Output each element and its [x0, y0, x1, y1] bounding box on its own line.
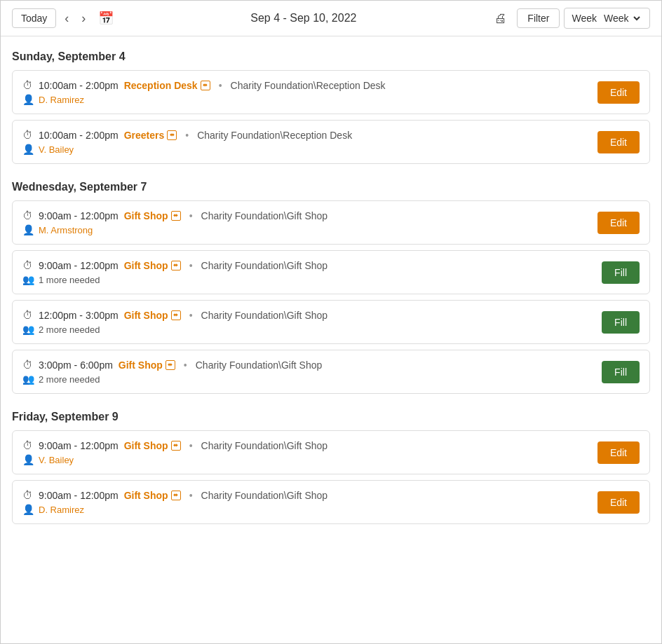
shift-role-link[interactable]: Gift Shop ⬌ [124, 490, 181, 501]
date-range: Sep 4 - Sep 10, 2022 [122, 12, 485, 25]
person-icon: 👤 [22, 144, 34, 155]
shift-card-shift-4: ⏱9:00am - 12:00pmGift Shop ⬌•Charity Fou… [12, 250, 650, 294]
next-button[interactable]: › [77, 9, 90, 27]
shift-time: 9:00am - 12:00pm [39, 490, 119, 501]
shift-info-shift-2: ⏱10:00am - 2:00pmGreeters ⬌•Charity Foun… [22, 129, 597, 155]
shift-card-shift-6: ⏱3:00pm - 6:00pmGift Shop ⬌•Charity Foun… [12, 350, 650, 394]
shift-location: Charity Foundation\Gift Shop [201, 490, 328, 501]
day-section-wednesday: Wednesday, September 7⏱9:00am - 12:00pmG… [12, 175, 650, 394]
shift-separator: • [189, 490, 193, 501]
needed-text: 2 more needed [39, 324, 100, 335]
shift-time: 10:00am - 2:00pm [39, 130, 119, 141]
group-icon: 👥 [22, 324, 34, 335]
shift-time-row: ⏱9:00am - 12:00pmGift Shop ⬌•Charity Fou… [22, 439, 597, 451]
shift-separator: • [189, 310, 193, 321]
shift-card-shift-7: ⏱9:00am - 12:00pmGift Shop ⬌•Charity Fou… [12, 430, 650, 474]
shift-info-shift-8: ⏱9:00am - 12:00pmGift Shop ⬌•Charity Fou… [22, 489, 597, 515]
shift-time-row: ⏱9:00am - 12:00pmGift Shop ⬌•Charity Fou… [22, 489, 597, 501]
person-name: M. Armstrong [39, 225, 93, 235]
shift-time-row: ⏱10:00am - 2:00pmReception Desk ⬌•Charit… [22, 79, 597, 91]
shift-time: 3:00pm - 6:00pm [39, 359, 113, 371]
shift-person-row: 👤V. Bailey [22, 144, 597, 155]
shift-separator: • [184, 359, 187, 371]
external-link-icon: ⬌ [171, 310, 181, 320]
group-icon: 👥 [22, 274, 34, 285]
shift-person-row: 👤D. Ramirez [22, 94, 597, 105]
shift-card-shift-8: ⏱9:00am - 12:00pmGift Shop ⬌•Charity Fou… [12, 480, 650, 524]
shift-time-row: ⏱12:00pm - 3:00pmGift Shop ⬌•Charity Fou… [22, 309, 602, 321]
edit-button-shift-7[interactable]: Edit [597, 441, 640, 464]
needed-text: 1 more needed [39, 275, 100, 285]
toolbar: Today ‹ › 📅 Sep 4 - Sep 10, 2022 🖨 Filte… [1, 1, 661, 36]
calendar-icon[interactable]: 📅 [94, 8, 118, 29]
shift-role-link[interactable]: Gift Shop ⬌ [124, 310, 181, 321]
external-link-icon: ⬌ [167, 130, 177, 140]
week-dropdown[interactable]: Week Day Month [601, 12, 642, 25]
shift-time-row: ⏱9:00am - 12:00pmGift Shop ⬌•Charity Fou… [22, 210, 597, 221]
shift-role-link[interactable]: Reception Desk ⬌ [124, 80, 210, 91]
fill-button-shift-4[interactable]: Fill [602, 261, 640, 284]
shift-time-row: ⏱3:00pm - 6:00pmGift Shop ⬌•Charity Foun… [22, 359, 602, 371]
shift-info-shift-6: ⏱3:00pm - 6:00pmGift Shop ⬌•Charity Foun… [22, 359, 602, 385]
shift-role-link[interactable]: Gift Shop ⬌ [124, 440, 181, 451]
shift-person-row: 👤D. Ramirez [22, 504, 597, 515]
person-name: D. Ramirez [39, 95, 84, 105]
shift-time-row: ⏱10:00am - 2:00pmGreeters ⬌•Charity Foun… [22, 129, 597, 141]
shift-location: Charity Foundation\Gift Shop [201, 210, 328, 221]
week-select-wrapper[interactable]: Week Week Day Month [564, 8, 650, 29]
shift-time: 10:00am - 2:00pm [39, 80, 119, 91]
day-section-friday: Friday, September 9⏱9:00am - 12:00pmGift… [12, 405, 650, 524]
shift-info-shift-3: ⏱9:00am - 12:00pmGift Shop ⬌•Charity Fou… [22, 210, 597, 235]
clock-icon: ⏱ [22, 129, 33, 141]
day-header-wednesday: Wednesday, September 7 [12, 175, 650, 200]
filter-button[interactable]: Filter [517, 8, 560, 28]
shift-separator: • [189, 260, 193, 271]
external-link-icon: ⬌ [171, 261, 181, 270]
shift-separator: • [189, 210, 193, 221]
shift-separator: • [219, 80, 222, 91]
shift-card-shift-5: ⏱12:00pm - 3:00pmGift Shop ⬌•Charity Fou… [12, 300, 650, 344]
shift-person-row: 👥2 more needed [22, 324, 602, 335]
shift-time: 9:00am - 12:00pm [39, 210, 119, 221]
shift-location: Charity Foundation\Gift Shop [201, 310, 328, 321]
shift-role-link[interactable]: Gift Shop ⬌ [119, 359, 175, 371]
shift-role-link[interactable]: Gift Shop ⬌ [124, 210, 181, 221]
shift-separator: • [189, 440, 193, 451]
day-section-sunday: Sunday, September 4⏱10:00am - 2:00pmRece… [12, 45, 650, 164]
edit-button-shift-2[interactable]: Edit [597, 131, 640, 153]
edit-button-shift-1[interactable]: Edit [597, 81, 640, 104]
shift-role-link[interactable]: Greeters ⬌ [124, 130, 177, 141]
shift-info-shift-1: ⏱10:00am - 2:00pmReception Desk ⬌•Charit… [22, 79, 597, 105]
person-icon: 👤 [22, 94, 34, 105]
shift-info-shift-5: ⏱12:00pm - 3:00pmGift Shop ⬌•Charity Fou… [22, 309, 602, 335]
shift-role-link[interactable]: Gift Shop ⬌ [124, 260, 181, 271]
day-header-friday: Friday, September 9 [12, 405, 650, 430]
shift-card-shift-1: ⏱10:00am - 2:00pmReception Desk ⬌•Charit… [12, 70, 650, 114]
edit-button-shift-8[interactable]: Edit [597, 491, 640, 514]
shift-location: Charity Foundation\Gift Shop [196, 359, 323, 371]
today-button[interactable]: Today [12, 8, 56, 28]
clock-icon: ⏱ [22, 359, 33, 371]
prev-button[interactable]: ‹ [60, 9, 73, 27]
clock-icon: ⏱ [22, 259, 33, 271]
shift-location: Charity Foundation\Reception Desk [197, 130, 352, 141]
shift-location: Charity Foundation\Reception Desk [231, 80, 386, 91]
person-icon: 👤 [22, 454, 34, 465]
shift-person-row: 👥2 more needed [22, 374, 602, 385]
person-name: V. Bailey [39, 455, 74, 465]
fill-button-shift-6[interactable]: Fill [602, 361, 640, 383]
edit-button-shift-3[interactable]: Edit [597, 212, 640, 234]
external-link-icon: ⬌ [166, 360, 175, 370]
fill-button-shift-5[interactable]: Fill [602, 311, 640, 334]
shift-person-row: 👤M. Armstrong [22, 224, 597, 235]
day-header-sunday: Sunday, September 4 [12, 45, 650, 70]
print-button[interactable]: 🖨 [489, 8, 513, 29]
person-icon: 👤 [22, 504, 34, 515]
needed-text: 2 more needed [39, 374, 100, 385]
external-link-icon: ⬌ [171, 491, 181, 500]
shift-time: 9:00am - 12:00pm [39, 440, 119, 451]
clock-icon: ⏱ [22, 439, 33, 451]
clock-icon: ⏱ [22, 489, 33, 501]
person-icon: 👤 [22, 224, 34, 235]
shift-info-shift-7: ⏱9:00am - 12:00pmGift Shop ⬌•Charity Fou… [22, 439, 597, 465]
